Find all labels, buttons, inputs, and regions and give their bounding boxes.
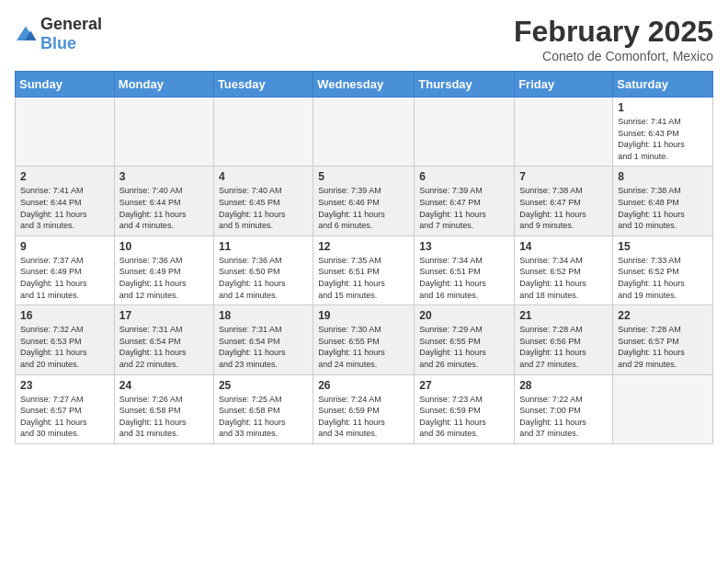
calendar-week-row: 2Sunrise: 7:41 AM Sunset: 6:44 PM Daylig…: [16, 167, 713, 236]
calendar-day-cell: 6Sunrise: 7:39 AM Sunset: 6:47 PM Daylig…: [415, 167, 515, 236]
calendar-day-cell: 22Sunrise: 7:28 AM Sunset: 6:57 PM Dayli…: [613, 305, 713, 374]
day-info: Sunrise: 7:41 AM Sunset: 6:44 PM Dayligh…: [20, 185, 109, 231]
calendar-day-cell: 19Sunrise: 7:30 AM Sunset: 6:55 PM Dayli…: [313, 305, 415, 374]
col-header-wednesday: Wednesday: [313, 72, 415, 98]
day-number: 10: [119, 240, 209, 253]
day-info: Sunrise: 7:37 AM Sunset: 6:49 PM Dayligh…: [20, 255, 109, 301]
day-info: Sunrise: 7:27 AM Sunset: 6:57 PM Dayligh…: [20, 394, 109, 440]
day-info: Sunrise: 7:36 AM Sunset: 6:49 PM Dayligh…: [119, 255, 209, 301]
day-number: 17: [119, 309, 209, 322]
calendar-day-cell: 16Sunrise: 7:32 AM Sunset: 6:53 PM Dayli…: [16, 305, 115, 374]
calendar-day-cell: 2Sunrise: 7:41 AM Sunset: 6:44 PM Daylig…: [16, 167, 115, 236]
day-number: 13: [419, 240, 509, 253]
calendar-day-cell: 25Sunrise: 7:25 AM Sunset: 6:58 PM Dayli…: [213, 374, 313, 443]
day-info: Sunrise: 7:33 AM Sunset: 6:52 PM Dayligh…: [618, 255, 708, 301]
day-number: 22: [618, 309, 708, 322]
day-info: Sunrise: 7:35 AM Sunset: 6:51 PM Dayligh…: [318, 255, 409, 301]
calendar-day-cell: 10Sunrise: 7:36 AM Sunset: 6:49 PM Dayli…: [114, 236, 213, 304]
calendar-header-row: SundayMondayTuesdayWednesdayThursdayFrid…: [16, 72, 713, 98]
page-header: General Blue February 2025 Coneto de Com…: [15, 15, 713, 63]
day-number: 3: [119, 170, 209, 183]
calendar-day-cell: 5Sunrise: 7:39 AM Sunset: 6:46 PM Daylig…: [313, 167, 415, 236]
calendar-day-cell: 14Sunrise: 7:34 AM Sunset: 6:52 PM Dayli…: [515, 236, 613, 304]
calendar-day-cell: 18Sunrise: 7:31 AM Sunset: 6:54 PM Dayli…: [213, 305, 313, 374]
day-number: 27: [419, 379, 509, 392]
calendar-day-cell: 15Sunrise: 7:33 AM Sunset: 6:52 PM Dayli…: [613, 236, 713, 304]
day-number: 11: [219, 240, 308, 253]
calendar-day-cell: [114, 98, 213, 167]
day-info: Sunrise: 7:32 AM Sunset: 6:53 PM Dayligh…: [20, 324, 109, 370]
day-info: Sunrise: 7:34 AM Sunset: 6:52 PM Dayligh…: [519, 255, 608, 301]
day-number: 7: [519, 170, 608, 183]
calendar-day-cell: 28Sunrise: 7:22 AM Sunset: 7:00 PM Dayli…: [515, 374, 613, 443]
day-info: Sunrise: 7:40 AM Sunset: 6:44 PM Dayligh…: [119, 185, 209, 231]
calendar-day-cell: [613, 374, 713, 443]
day-number: 5: [318, 170, 409, 183]
day-number: 15: [618, 240, 708, 253]
calendar-day-cell: 27Sunrise: 7:23 AM Sunset: 6:59 PM Dayli…: [415, 374, 515, 443]
calendar-day-cell: 9Sunrise: 7:37 AM Sunset: 6:49 PM Daylig…: [16, 236, 115, 304]
calendar-week-row: 9Sunrise: 7:37 AM Sunset: 6:49 PM Daylig…: [16, 236, 713, 304]
calendar-day-cell: 4Sunrise: 7:40 AM Sunset: 6:45 PM Daylig…: [213, 167, 313, 236]
calendar-day-cell: [16, 98, 115, 167]
day-number: 24: [119, 379, 209, 392]
col-header-thursday: Thursday: [415, 72, 515, 98]
calendar-day-cell: 20Sunrise: 7:29 AM Sunset: 6:55 PM Dayli…: [415, 305, 515, 374]
day-info: Sunrise: 7:26 AM Sunset: 6:58 PM Dayligh…: [119, 394, 209, 440]
day-info: Sunrise: 7:29 AM Sunset: 6:55 PM Dayligh…: [419, 324, 509, 370]
day-number: 28: [519, 379, 608, 392]
calendar-day-cell: 7Sunrise: 7:38 AM Sunset: 6:47 PM Daylig…: [515, 167, 613, 236]
day-info: Sunrise: 7:36 AM Sunset: 6:50 PM Dayligh…: [219, 255, 308, 301]
calendar-day-cell: 12Sunrise: 7:35 AM Sunset: 6:51 PM Dayli…: [313, 236, 415, 304]
day-number: 1: [618, 101, 708, 114]
calendar-day-cell: 21Sunrise: 7:28 AM Sunset: 6:56 PM Dayli…: [515, 305, 613, 374]
calendar-day-cell: 1Sunrise: 7:41 AM Sunset: 6:43 PM Daylig…: [613, 98, 713, 167]
day-number: 8: [618, 170, 708, 183]
day-info: Sunrise: 7:39 AM Sunset: 6:46 PM Dayligh…: [318, 185, 409, 231]
day-info: Sunrise: 7:28 AM Sunset: 6:57 PM Dayligh…: [618, 324, 708, 370]
day-number: 6: [419, 170, 509, 183]
col-header-monday: Monday: [114, 72, 213, 98]
day-number: 26: [318, 379, 409, 392]
day-info: Sunrise: 7:38 AM Sunset: 6:47 PM Dayligh…: [519, 185, 608, 231]
calendar-day-cell: 3Sunrise: 7:40 AM Sunset: 6:44 PM Daylig…: [114, 167, 213, 236]
day-number: 25: [219, 379, 308, 392]
calendar-day-cell: 11Sunrise: 7:36 AM Sunset: 6:50 PM Dayli…: [213, 236, 313, 304]
day-info: Sunrise: 7:39 AM Sunset: 6:47 PM Dayligh…: [419, 185, 509, 231]
day-number: 12: [318, 240, 409, 253]
day-info: Sunrise: 7:34 AM Sunset: 6:51 PM Dayligh…: [419, 255, 509, 301]
calendar-week-row: 1Sunrise: 7:41 AM Sunset: 6:43 PM Daylig…: [16, 98, 713, 167]
day-number: 18: [219, 309, 308, 322]
day-info: Sunrise: 7:38 AM Sunset: 6:48 PM Dayligh…: [618, 185, 708, 231]
day-info: Sunrise: 7:31 AM Sunset: 6:54 PM Dayligh…: [119, 324, 209, 370]
day-number: 9: [20, 240, 109, 253]
col-header-sunday: Sunday: [16, 72, 115, 98]
day-info: Sunrise: 7:41 AM Sunset: 6:43 PM Dayligh…: [618, 116, 708, 162]
title-section: February 2025 Coneto de Comonfort, Mexic…: [514, 15, 713, 63]
day-number: 16: [20, 309, 109, 322]
col-header-tuesday: Tuesday: [213, 72, 313, 98]
calendar-day-cell: 26Sunrise: 7:24 AM Sunset: 6:59 PM Dayli…: [313, 374, 415, 443]
calendar-day-cell: 24Sunrise: 7:26 AM Sunset: 6:58 PM Dayli…: [114, 374, 213, 443]
day-number: 4: [219, 170, 308, 183]
calendar-day-cell: [213, 98, 313, 167]
calendar-day-cell: [515, 98, 613, 167]
calendar-day-cell: [313, 98, 415, 167]
day-info: Sunrise: 7:40 AM Sunset: 6:45 PM Dayligh…: [219, 185, 308, 231]
logo-blue: Blue: [40, 34, 76, 52]
day-number: 19: [318, 309, 409, 322]
logo-icon: [15, 25, 37, 43]
calendar-day-cell: [415, 98, 515, 167]
day-info: Sunrise: 7:31 AM Sunset: 6:54 PM Dayligh…: [219, 324, 308, 370]
day-number: 23: [20, 379, 109, 392]
day-info: Sunrise: 7:24 AM Sunset: 6:59 PM Dayligh…: [318, 394, 409, 440]
col-header-saturday: Saturday: [613, 72, 713, 98]
calendar-day-cell: 23Sunrise: 7:27 AM Sunset: 6:57 PM Dayli…: [16, 374, 115, 443]
location-subtitle: Coneto de Comonfort, Mexico: [514, 49, 713, 63]
logo-text: General Blue: [40, 15, 102, 53]
calendar-day-cell: 8Sunrise: 7:38 AM Sunset: 6:48 PM Daylig…: [613, 167, 713, 236]
calendar-table: SundayMondayTuesdayWednesdayThursdayFrid…: [15, 71, 713, 444]
day-number: 2: [20, 170, 109, 183]
day-number: 21: [519, 309, 608, 322]
calendar-day-cell: 17Sunrise: 7:31 AM Sunset: 6:54 PM Dayli…: [114, 305, 213, 374]
